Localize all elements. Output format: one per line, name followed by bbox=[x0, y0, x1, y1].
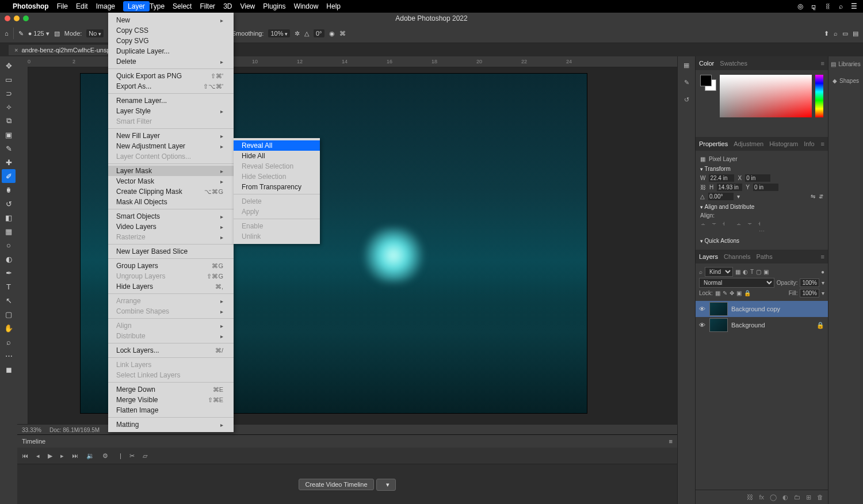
healing-tool[interactable]: ✚ bbox=[2, 155, 16, 169]
quick-actions-header[interactable]: Quick Actions bbox=[700, 238, 823, 244]
wand-tool[interactable]: ✧ bbox=[2, 100, 16, 114]
layer-thumbnail[interactable] bbox=[709, 302, 728, 316]
lock-pixels-icon[interactable]: ✎ bbox=[723, 290, 727, 296]
visibility-icon[interactable]: 👁 bbox=[699, 322, 706, 329]
menu-file[interactable]: File bbox=[57, 2, 68, 10]
align-right-icon[interactable]: ⫞ bbox=[722, 220, 725, 227]
frame-tool[interactable]: ▣ bbox=[2, 128, 16, 142]
app-name[interactable]: Photoshop bbox=[13, 2, 49, 10]
angle-field[interactable]: 0° bbox=[314, 29, 324, 37]
filter-pixel-icon[interactable]: ▦ bbox=[735, 269, 740, 275]
layer-name[interactable]: Background copy bbox=[731, 306, 780, 312]
menuitem-video-layers[interactable]: Video Layers bbox=[108, 222, 234, 232]
panel-icon[interactable]: ▤ bbox=[853, 30, 858, 37]
transition-icon[interactable]: ▱ bbox=[143, 452, 147, 460]
new-layer-icon[interactable]: ⊞ bbox=[806, 494, 811, 501]
move-tool[interactable]: ✥ bbox=[2, 59, 16, 72]
fx-icon[interactable]: fx bbox=[759, 494, 764, 501]
menuitem-new-fill-layer[interactable]: New Fill Layer bbox=[108, 131, 234, 141]
lock-artboard-icon[interactable]: ▣ bbox=[736, 290, 742, 296]
filter-shape-icon[interactable]: ▢ bbox=[756, 269, 761, 275]
menuitem-delete[interactable]: Delete bbox=[108, 56, 234, 67]
type-tool[interactable]: T bbox=[2, 280, 16, 293]
h-field[interactable] bbox=[717, 184, 742, 191]
color-picker[interactable] bbox=[720, 75, 812, 117]
layer-name[interactable]: Background bbox=[731, 322, 765, 329]
swatches-tab[interactable]: Swatches bbox=[720, 60, 747, 67]
collapsed-history-icon[interactable]: ↺ bbox=[680, 93, 693, 106]
flip-v-icon[interactable]: ⇵ bbox=[819, 193, 823, 200]
settings-icon[interactable]: ⚙ bbox=[102, 452, 108, 460]
w-field[interactable] bbox=[709, 174, 734, 182]
zoom-tool[interactable]: ⌕ bbox=[2, 335, 16, 349]
wifi-icon[interactable]: ⧛ bbox=[824, 2, 831, 10]
menuitem-new-adjustment-layer[interactable]: New Adjustment Layer bbox=[108, 141, 234, 151]
menuitem-duplicate-layer-[interactable]: Duplicate Layer... bbox=[108, 46, 234, 56]
fill-field[interactable]: 100% bbox=[800, 289, 819, 297]
align-vcenter-icon[interactable]: ⫟ bbox=[747, 220, 753, 227]
pressure-size-icon[interactable]: ◉ bbox=[329, 30, 335, 37]
zoom-level[interactable]: 33.33% bbox=[22, 427, 41, 433]
play-icon[interactable]: ▶ bbox=[48, 452, 52, 460]
timeline-tab[interactable]: Timeline bbox=[22, 438, 45, 445]
create-video-timeline-dropdown[interactable] bbox=[376, 479, 396, 491]
menuitem-hide-layers[interactable]: Hide Layers⌘, bbox=[108, 281, 234, 292]
next-frame-icon[interactable]: ▸ bbox=[60, 452, 64, 460]
menuitem-matting[interactable]: Matting bbox=[108, 419, 234, 430]
collapsed-brush-settings-icon[interactable]: ✎ bbox=[680, 76, 693, 89]
submenuitem-from-transparency[interactable]: From Transparency bbox=[234, 182, 320, 192]
menu-filter[interactable]: Filter bbox=[200, 2, 215, 10]
marquee-tool[interactable]: ▭ bbox=[2, 72, 16, 86]
paths-tab[interactable]: Paths bbox=[757, 253, 773, 260]
menu-window[interactable]: Window bbox=[294, 2, 319, 10]
edit-toolbar[interactable]: ⋯ bbox=[2, 349, 16, 362]
brush-preset[interactable]: ● 125 ▾ bbox=[28, 30, 49, 37]
menuitem-rename-layer-[interactable]: Rename Layer... bbox=[108, 96, 234, 106]
link-layers-icon[interactable]: ⛓ bbox=[747, 494, 753, 501]
bluetooth-icon[interactable]: ⚼ bbox=[811, 2, 816, 10]
audio-icon[interactable]: 🔉 bbox=[86, 452, 94, 460]
menu-edit[interactable]: Edit bbox=[76, 2, 88, 10]
filter-toggle[interactable]: ● bbox=[821, 269, 824, 275]
menuitem-lock-layers-[interactable]: Lock Layers...⌘/ bbox=[108, 345, 234, 356]
filter-type-icon[interactable]: T bbox=[750, 269, 754, 275]
menuitem-layer-mask[interactable]: Layer Mask bbox=[108, 166, 234, 176]
prev-frame-icon[interactable]: ◂ bbox=[36, 452, 40, 460]
delete-layer-icon[interactable]: 🗑 bbox=[817, 494, 823, 501]
menuitem-flatten-image[interactable]: Flatten Image bbox=[108, 405, 234, 415]
color-panel-menu-icon[interactable]: ≡ bbox=[821, 60, 824, 67]
eyedropper-tool[interactable]: ✎ bbox=[2, 142, 16, 155]
timeline-menu-icon[interactable]: ≡ bbox=[669, 438, 673, 445]
dodge-tool[interactable]: ◐ bbox=[2, 252, 16, 266]
menuitem-mask-all-objects[interactable]: Mask All Objects bbox=[108, 197, 234, 207]
hand-tool[interactable]: ✋ bbox=[2, 321, 16, 335]
mode-select[interactable]: No bbox=[86, 29, 104, 37]
menu-type[interactable]: Type bbox=[150, 2, 165, 10]
brush-tool-icon[interactable]: ✎ bbox=[18, 30, 24, 37]
align-bottom-icon[interactable]: ⫞ bbox=[758, 220, 761, 227]
home-icon[interactable]: ⌂ bbox=[5, 30, 9, 37]
angle-field[interactable] bbox=[708, 193, 734, 200]
props-panel-menu-icon[interactable]: ≡ bbox=[821, 140, 824, 147]
submenuitem-reveal-all[interactable]: Reveal All bbox=[234, 140, 320, 151]
lock-position-icon[interactable]: ✥ bbox=[730, 290, 734, 296]
history-brush-tool[interactable]: ↺ bbox=[2, 197, 16, 211]
menu-image[interactable]: Image bbox=[96, 2, 115, 10]
group-icon[interactable]: 🗀 bbox=[794, 494, 800, 501]
lock-trans-icon[interactable]: ▦ bbox=[715, 290, 720, 296]
adjustments-tab[interactable]: Adjustmen bbox=[734, 140, 763, 147]
menu-select[interactable]: Select bbox=[173, 2, 192, 10]
create-video-timeline-button[interactable]: Create Video Timeline bbox=[299, 479, 373, 490]
menuitem-vector-mask[interactable]: Vector Mask bbox=[108, 176, 234, 186]
ruler-corner[interactable] bbox=[17, 56, 28, 67]
menuitem-merge-down[interactable]: Merge Down⌘E bbox=[108, 384, 234, 395]
libraries-collapsed[interactable]: ▤ Libraries bbox=[828, 59, 863, 70]
link-wh-icon[interactable]: ⛓ bbox=[700, 184, 706, 190]
filter-smart-icon[interactable]: ▣ bbox=[763, 269, 769, 275]
mask-icon[interactable]: ◯ bbox=[770, 494, 777, 501]
menuitem-merge-visible[interactable]: Merge Visible⇧⌘E bbox=[108, 395, 234, 405]
go-end-icon[interactable]: ⏭ bbox=[72, 452, 78, 459]
cc-icon[interactable]: ◎ bbox=[797, 2, 803, 10]
symmetry-icon[interactable]: ⌘ bbox=[339, 30, 346, 37]
menuitem-copy-css[interactable]: Copy CSS bbox=[108, 25, 234, 36]
